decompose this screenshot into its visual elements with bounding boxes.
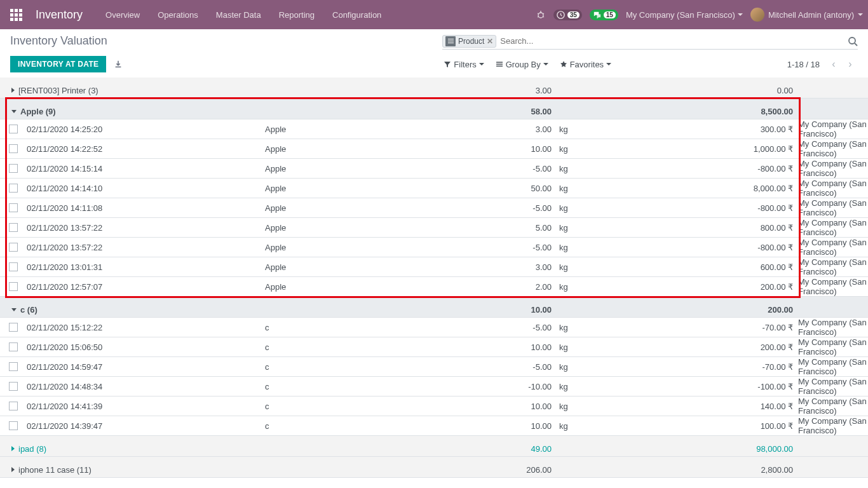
nav-menu-item[interactable]: Configuration	[325, 5, 389, 25]
table-row[interactable]: 02/11/2020 14:25:20Apple3.00kg300.00 ₹My…	[0, 119, 868, 139]
cell-value: 100.00 ₹	[665, 421, 798, 431]
group-row[interactable]: c (6)10.00200.00	[0, 297, 868, 318]
groupby-button[interactable]: Group By	[496, 60, 548, 69]
pager-text[interactable]: 1-18 / 18	[787, 60, 820, 69]
table-row[interactable]: 02/11/2020 13:57:22Apple-5.00kg-800.00 ₹…	[0, 238, 868, 257]
row-checkbox[interactable]	[9, 342, 18, 351]
cell-product: c	[265, 421, 427, 431]
table-row[interactable]: 02/11/2020 14:39:47c10.00kg100.00 ₹My Co…	[0, 416, 868, 436]
user-menu[interactable]: Mitchell Admin (antony)	[750, 8, 863, 22]
nav-menu-item[interactable]: Overview	[98, 5, 147, 25]
row-checkbox[interactable]	[9, 402, 18, 410]
discuss-badge: 15	[604, 11, 616, 18]
row-checkbox[interactable]	[9, 144, 18, 153]
group-name: [RENT003] Printer (3)	[18, 86, 98, 95]
cell-value: 140.00 ₹	[665, 402, 798, 411]
table-row[interactable]: 02/11/2020 14:15:14Apple-5.00kg-800.00 ₹…	[0, 159, 868, 179]
row-checkbox[interactable]	[9, 382, 18, 391]
row-checkbox[interactable]	[9, 125, 18, 133]
cell-product: Apple	[265, 184, 427, 193]
table-row[interactable]: 02/11/2020 15:06:50c10.00kg200.00 ₹My Co…	[0, 337, 868, 357]
avatar	[750, 8, 764, 22]
table-row[interactable]: 02/11/2020 14:14:10Apple50.00kg8,000.00 …	[0, 179, 868, 198]
nav-menu-item[interactable]: Operations	[150, 5, 206, 25]
table-row[interactable]: 02/11/2020 13:01:31Apple3.00kg600.00 ₹My…	[0, 257, 868, 277]
row-checkbox[interactable]	[9, 323, 18, 332]
row-checkbox[interactable]	[9, 203, 18, 212]
table-row[interactable]: 02/11/2020 13:57:22Apple5.00kg800.00 ₹My…	[0, 218, 868, 238]
cell-qty: 10.00	[427, 342, 557, 352]
row-checkbox[interactable]	[9, 421, 18, 430]
cell-product: c	[265, 402, 427, 411]
cell-value: -70.00 ₹	[665, 362, 798, 372]
app-title[interactable]: Inventory	[36, 8, 83, 22]
row-checkbox[interactable]	[9, 223, 18, 232]
table-row[interactable]: 02/11/2020 15:12:22c-5.00kg-70.00 ₹My Co…	[0, 318, 868, 337]
cell-unit: kg	[557, 342, 665, 352]
cell-product: Apple	[265, 262, 427, 272]
table-row[interactable]: 02/11/2020 14:41:39c10.00kg140.00 ₹My Co…	[0, 396, 868, 416]
cell-company: My Company (San Francisco)	[798, 159, 868, 178]
group-value: 200.00	[665, 305, 798, 315]
cell-value: 200.00 ₹	[665, 342, 798, 352]
cell-value: 300.00 ₹	[665, 125, 798, 134]
cell-unit: kg	[557, 164, 665, 173]
cell-company: My Company (San Francisco)	[798, 179, 868, 198]
search-icon[interactable]	[848, 36, 858, 46]
cell-company: My Company (San Francisco)	[798, 377, 868, 396]
table-row[interactable]: 02/11/2020 14:48:34c-10.00kg-100.00 ₹My …	[0, 377, 868, 396]
search-chip-product[interactable]: Product ✕	[442, 35, 496, 48]
discuss-button[interactable]: 15	[590, 10, 618, 20]
control-panel: Inventory Valuation Product ✕ Inventory …	[0, 29, 868, 78]
inventory-at-date-button[interactable]: Inventory at Date	[10, 56, 106, 72]
nav-menu-item[interactable]: Reporting	[271, 5, 322, 25]
pager-prev-button[interactable]: ‹	[826, 57, 841, 72]
cell-product: Apple	[265, 144, 427, 154]
search-input[interactable]	[496, 34, 848, 48]
cell-qty: 10.00	[427, 402, 557, 411]
activities-button[interactable]: 35	[553, 10, 582, 20]
cell-product: Apple	[265, 125, 427, 134]
row-checkbox[interactable]	[9, 262, 18, 271]
group-row[interactable]: iphone 11 case (11)206.002,800.00	[0, 457, 868, 478]
nav-menu: Overview Operations Master Data Reportin…	[98, 5, 389, 25]
cell-company: My Company (San Francisco)	[798, 337, 868, 356]
chip-remove-icon[interactable]: ✕	[487, 37, 493, 46]
group-row[interactable]: Apple (9)58.008,500.00	[0, 98, 868, 119]
row-checkbox[interactable]	[9, 362, 18, 371]
cell-company: My Company (San Francisco)	[798, 318, 868, 337]
table-row[interactable]: 02/11/2020 12:57:07Apple2.00kg200.00 ₹My…	[0, 277, 868, 297]
table-row[interactable]: 02/11/2020 14:59:47c-5.00kg-70.00 ₹My Co…	[0, 357, 868, 377]
cell-qty: 50.00	[427, 184, 557, 193]
row-checkbox[interactable]	[9, 184, 18, 193]
cell-date: 02/11/2020 13:01:31	[27, 262, 265, 272]
favorites-button[interactable]: Favorites	[560, 60, 611, 69]
row-checkbox[interactable]	[9, 282, 18, 291]
group-qty: 206.00	[427, 465, 557, 475]
cell-date: 02/11/2020 15:06:50	[27, 342, 265, 352]
table-row[interactable]: 02/11/2020 14:11:08Apple-5.00kg-800.00 ₹…	[0, 198, 868, 218]
cell-value: -100.00 ₹	[665, 382, 798, 391]
nav-menu-item[interactable]: Master Data	[208, 5, 269, 25]
cell-date: 02/11/2020 13:57:22	[27, 223, 265, 233]
row-checkbox[interactable]	[9, 243, 18, 252]
group-row[interactable]: [RENT003] Printer (3)3.000.00	[0, 78, 868, 98]
cell-company: My Company (San Francisco)	[798, 238, 868, 257]
pager-next-button[interactable]: ›	[843, 57, 858, 72]
company-selector[interactable]: My Company (San Francisco)	[626, 10, 743, 20]
group-qty: 10.00	[427, 305, 557, 315]
apps-menu-icon[interactable]	[5, 4, 27, 25]
download-icon[interactable]	[114, 60, 123, 69]
debug-icon[interactable]	[536, 10, 546, 20]
cell-date: 02/11/2020 14:11:08	[27, 203, 265, 213]
row-checkbox[interactable]	[9, 164, 18, 173]
user-name: Mitchell Admin (antony)	[768, 10, 854, 20]
cell-value: -70.00 ₹	[665, 323, 798, 332]
cell-value: -800.00 ₹	[665, 243, 798, 252]
table-row[interactable]: 02/11/2020 14:22:52Apple10.00kg1,000.00 …	[0, 139, 868, 159]
search-bar[interactable]: Product ✕	[442, 34, 858, 50]
cell-date: 02/11/2020 14:48:34	[27, 382, 265, 391]
group-row[interactable]: ipad (8)49.0098,000.00	[0, 436, 868, 457]
cell-product: c	[265, 323, 427, 332]
filters-button[interactable]: Filters	[444, 60, 484, 69]
